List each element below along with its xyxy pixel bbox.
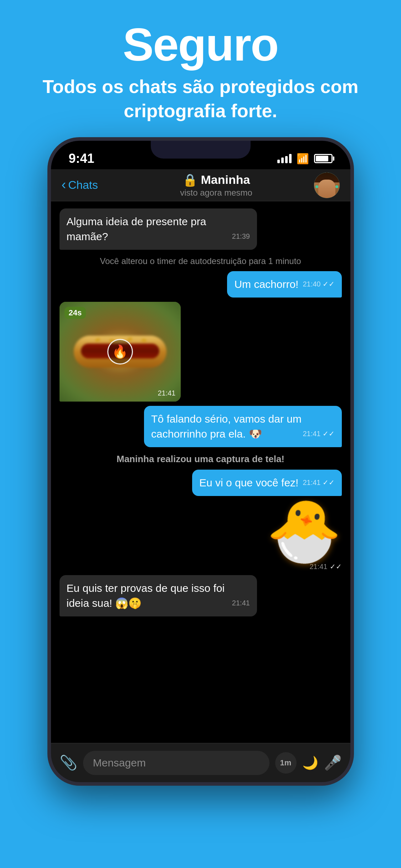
top-section: Seguro Todos os chats são protegidos com… <box>0 0 401 137</box>
system-message-1: Você alterou o timer de autodestruição p… <box>60 254 342 268</box>
main-title: Seguro <box>123 21 278 68</box>
bubble-sent: Um cachorro! 21:40 ✓✓ <box>227 271 341 298</box>
moon-timer-icon[interactable]: 🌙 <box>302 755 318 770</box>
phone-frame: 9:41 📶 ‹ Chats <box>47 137 354 786</box>
back-label: Chats <box>68 179 98 192</box>
message-received-2: Eu quis ter provas de que isso foi ideia… <box>60 575 342 616</box>
lock-icon: 🔒 <box>182 173 197 187</box>
msg-text: Eu quis ter provas de que isso foi ideia… <box>67 582 225 609</box>
play-button[interactable]: 🔥 <box>107 339 133 365</box>
nav-bar: ‹ Chats 🔒 Maninha visto agora mesmo <box>51 169 350 201</box>
msg-time: 21:41 ✓✓ <box>303 477 334 487</box>
check-marks: ✓✓ <box>323 429 335 439</box>
check-marks: ✓✓ <box>323 279 335 289</box>
contact-status: visto agora mesmo <box>180 188 252 198</box>
message-received-1: Alguma ideia de presente pra mamãe? 21:3… <box>60 208 342 250</box>
msg-time: 21:40 ✓✓ <box>303 279 334 289</box>
status-icons: 📶 <box>277 153 333 165</box>
bubble-sent-2: Tô falando sério, vamos dar um cachorrin… <box>144 406 341 447</box>
msg-time: 21:39 <box>232 231 250 241</box>
phone-notch <box>151 141 251 159</box>
contact-avatar[interactable] <box>314 172 340 198</box>
msg-text: Um cachorro! <box>234 278 298 290</box>
attach-button[interactable]: 📎 <box>60 754 77 771</box>
back-button[interactable]: ‹ Chats <box>62 178 119 192</box>
message-sent-2: Tô falando sério, vamos dar um cachorrin… <box>60 406 342 447</box>
contact-name: Maninha <box>201 173 250 187</box>
battery-icon <box>314 154 333 163</box>
bubble-sent-3: Eu vi o que você fez! 21:41 ✓✓ <box>192 470 342 496</box>
system-message-2: Maninha realizou uma captura de tela! <box>60 451 342 467</box>
contact-name-row: 🔒 Maninha <box>182 173 250 187</box>
chat-area: Alguma ideia de presente pra mamãe? 21:3… <box>51 201 350 743</box>
message-input[interactable]: Mensagem <box>83 751 269 775</box>
mic-button[interactable]: 🎤 <box>324 754 342 771</box>
input-bar: 📎 Mensagem 1m 🌙 🎤 <box>51 743 350 782</box>
media-play-overlay[interactable]: 🔥 <box>60 302 181 402</box>
msg-text: Alguma ideia de presente pra mamãe? <box>67 216 206 242</box>
back-arrow-icon: ‹ <box>62 177 66 192</box>
timer-badge[interactable]: 1m <box>275 752 297 774</box>
media-time: 21:41 <box>158 389 175 397</box>
bubble-received-2: Eu quis ter provas de que isso foi ideia… <box>60 575 257 616</box>
wifi-icon: 📶 <box>297 153 309 165</box>
msg-text: Eu vi o que você fez! <box>199 477 299 489</box>
fire-icon: 🔥 <box>112 344 128 359</box>
check-marks: ✓✓ <box>323 477 335 487</box>
sticker-emoji: 🐣 <box>266 500 342 561</box>
status-time: 9:41 <box>69 151 94 166</box>
media-bubble[interactable]: 24s 🔥 21:41 <box>60 302 181 402</box>
msg-time: 21:41 ✓✓ <box>303 429 334 439</box>
message-sent-3: Eu vi o que você fez! 21:41 ✓✓ <box>60 470 342 496</box>
subtitle: Todos os chats são protegidos com cripto… <box>0 75 401 123</box>
msg-time: 21:41 <box>232 598 250 608</box>
bubble-received: Alguma ideia de presente pra mamãe? 21:3… <box>60 208 257 250</box>
sticker-wrapper: 🐣 21:41 ✓✓ <box>266 500 342 571</box>
msg-text: Tô falando sério, vamos dar um cachorrin… <box>151 413 302 440</box>
sticker-message: 🐣 21:41 ✓✓ <box>60 500 342 571</box>
message-media: 24s 🔥 21:41 <box>60 302 342 402</box>
signal-icon <box>277 154 292 163</box>
message-placeholder: Mensagem <box>93 757 146 769</box>
timer-label: 1m <box>280 758 292 768</box>
message-sent-1: Um cachorro! 21:40 ✓✓ <box>60 271 342 298</box>
nav-center: 🔒 Maninha visto agora mesmo <box>119 173 314 198</box>
app-background: Seguro Todos os chats são protegidos com… <box>0 0 401 868</box>
